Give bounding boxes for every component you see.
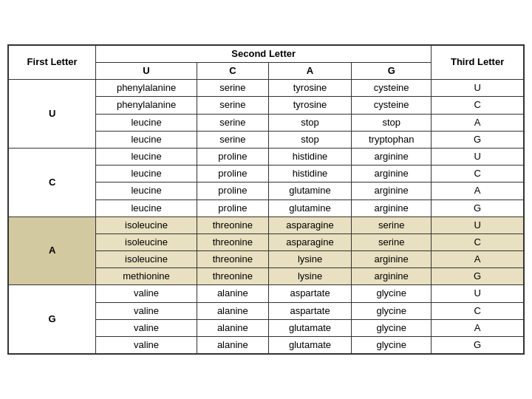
codon-cell: proline bbox=[197, 183, 268, 200]
codon-cell: alanine bbox=[197, 285, 268, 302]
codon-cell: arginine bbox=[352, 148, 432, 165]
codon-cell: tyrosine bbox=[268, 80, 351, 97]
third-letter-cell: G bbox=[432, 200, 524, 216]
codon-cell: alanine bbox=[197, 302, 268, 319]
codon-cell: threonine bbox=[197, 216, 268, 233]
third-letter-cell: U bbox=[432, 216, 524, 233]
codon-cell: threonine bbox=[197, 268, 268, 285]
codon-cell: serine bbox=[197, 131, 268, 148]
third-letter-header: Third Letter bbox=[432, 45, 524, 80]
codon-cell: leucine bbox=[96, 166, 197, 183]
codon-cell: isoleucine bbox=[96, 216, 197, 233]
codon-cell: glycine bbox=[352, 302, 432, 319]
codon-cell: glycine bbox=[352, 337, 432, 355]
codon-cell: tyrosine bbox=[268, 97, 351, 114]
codon-cell: glutamine bbox=[268, 183, 351, 200]
first-letter-A: A bbox=[8, 216, 96, 285]
codon-cell: lysine bbox=[268, 251, 351, 268]
col-header-a: A bbox=[268, 63, 351, 80]
codon-cell: tryptophan bbox=[352, 131, 432, 148]
codon-cell: alanine bbox=[197, 337, 268, 355]
codon-cell: asparagine bbox=[268, 233, 351, 250]
codon-cell: serine bbox=[197, 97, 268, 114]
codon-cell: valine bbox=[96, 302, 197, 319]
codon-cell: proline bbox=[197, 166, 268, 183]
codon-cell: arginine bbox=[352, 251, 432, 268]
codon-cell: leucine bbox=[96, 148, 197, 165]
third-letter-cell: G bbox=[432, 337, 524, 355]
third-letter-cell: U bbox=[432, 148, 524, 165]
first-letter-C: C bbox=[8, 148, 96, 216]
codon-cell: histidine bbox=[268, 148, 351, 165]
codon-cell: arginine bbox=[352, 200, 432, 216]
codon-table: First Letter Second Letter Third Letter … bbox=[7, 44, 525, 355]
third-letter-cell: C bbox=[432, 233, 524, 250]
codon-cell: arginine bbox=[352, 166, 432, 183]
codon-cell: isoleucine bbox=[96, 251, 197, 268]
third-letter-cell: A bbox=[432, 251, 524, 268]
codon-cell: valine bbox=[96, 285, 197, 302]
third-letter-cell: G bbox=[432, 131, 524, 148]
codon-cell: cysteine bbox=[352, 80, 432, 97]
codon-cell: cysteine bbox=[352, 97, 432, 114]
third-letter-cell: G bbox=[432, 268, 524, 285]
col-header-u: U bbox=[96, 63, 197, 80]
codon-cell: valine bbox=[96, 337, 197, 355]
codon-cell: glutamate bbox=[268, 337, 351, 355]
codon-cell: histidine bbox=[268, 166, 351, 183]
codon-cell: leucine bbox=[96, 131, 197, 148]
codon-cell: stop bbox=[352, 114, 432, 131]
codon-cell: phenylalanine bbox=[96, 80, 197, 97]
codon-cell: serine bbox=[352, 216, 432, 233]
codon-cell: threonine bbox=[197, 233, 268, 250]
codon-cell: serine bbox=[197, 80, 268, 97]
third-letter-cell: C bbox=[432, 166, 524, 183]
codon-cell: valine bbox=[96, 319, 197, 336]
codon-cell: methionine bbox=[96, 268, 197, 285]
codon-cell: glycine bbox=[352, 285, 432, 302]
codon-cell: leucine bbox=[96, 200, 197, 216]
codon-cell: proline bbox=[197, 148, 268, 165]
col-header-c: C bbox=[197, 63, 268, 80]
codon-cell: arginine bbox=[352, 268, 432, 285]
first-letter-G: G bbox=[8, 285, 96, 354]
first-letter-U: U bbox=[8, 80, 96, 149]
codon-cell: glycine bbox=[352, 319, 432, 336]
codon-cell: stop bbox=[268, 114, 351, 131]
codon-cell: asparagine bbox=[268, 216, 351, 233]
codon-cell: phenylalanine bbox=[96, 97, 197, 114]
third-letter-cell: C bbox=[432, 97, 524, 114]
codon-cell: stop bbox=[268, 131, 351, 148]
third-letter-cell: A bbox=[432, 114, 524, 131]
codon-cell: leucine bbox=[96, 183, 197, 200]
codon-cell: serine bbox=[197, 114, 268, 131]
codon-cell: alanine bbox=[197, 319, 268, 336]
codon-cell: aspartate bbox=[268, 285, 351, 302]
codon-cell: glutamate bbox=[268, 319, 351, 336]
col-header-g: G bbox=[352, 63, 432, 80]
codon-cell: serine bbox=[352, 233, 432, 250]
third-letter-cell: A bbox=[432, 319, 524, 336]
codon-cell: lysine bbox=[268, 268, 351, 285]
first-letter-header: First Letter bbox=[8, 45, 96, 80]
codon-cell: aspartate bbox=[268, 302, 351, 319]
second-letter-header: Second Letter bbox=[96, 45, 432, 63]
codon-cell: leucine bbox=[96, 114, 197, 131]
third-letter-cell: U bbox=[432, 285, 524, 302]
codon-cell: isoleucine bbox=[96, 233, 197, 250]
codon-cell: proline bbox=[197, 200, 268, 216]
codon-cell: threonine bbox=[197, 251, 268, 268]
third-letter-cell: A bbox=[432, 183, 524, 200]
codon-cell: glutamine bbox=[268, 200, 351, 216]
third-letter-cell: C bbox=[432, 302, 524, 319]
third-letter-cell: U bbox=[432, 80, 524, 97]
codon-cell: arginine bbox=[352, 183, 432, 200]
